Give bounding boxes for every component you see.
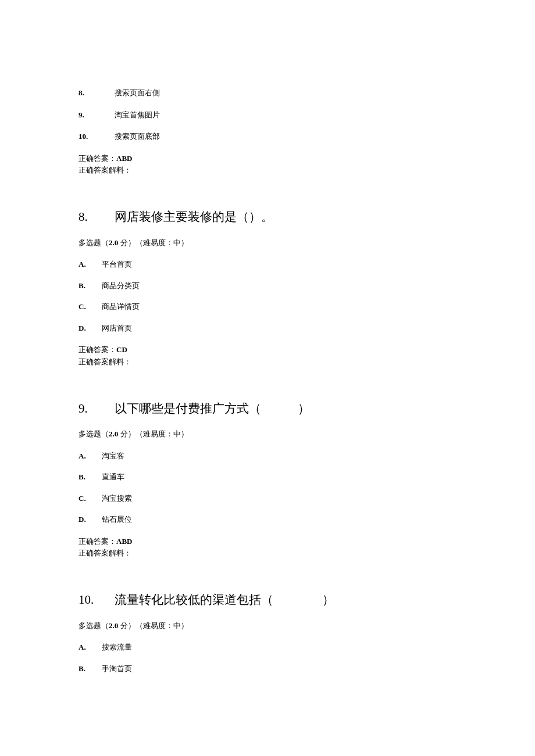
question-9: 9.以下哪些是付费推广方式（ ）	[79, 400, 456, 418]
list-item: C. 商品详情页	[79, 301, 456, 313]
question-number: 10.	[79, 591, 115, 610]
document-page: 8. 搜索页面右侧 9. 淘宝首焦图片 10. 搜索页面底部 正确答案：ABD …	[0, 0, 535, 756]
list-item: 9. 淘宝首焦图片	[79, 109, 456, 121]
choice-text: 手淘首页	[102, 663, 132, 675]
option-number: 8.	[79, 87, 115, 99]
choice-text: 直通车	[102, 471, 124, 483]
question-title: 以下哪些是付费推广方式（ ）	[115, 402, 310, 415]
answer-prefix: 正确答案：	[79, 345, 116, 354]
list-item: D. 钻石展位	[79, 514, 456, 525]
meta-mid: 分）（难易度：中）	[118, 429, 188, 438]
meta-mid: 分）（难易度：中）	[118, 238, 188, 247]
meta-score: 2.0	[109, 429, 118, 438]
option-number: 9.	[79, 109, 115, 121]
answer-block: 正确答案：CD 正确答案解料：	[79, 344, 456, 368]
option-text: 淘宝首焦图片	[115, 109, 160, 121]
answer-block: 正确答案：ABD 正确答案解料：	[79, 536, 456, 560]
list-item: A. 搜索流量	[79, 642, 456, 653]
correct-answer-line: 正确答案：ABD	[79, 153, 456, 165]
answer-prefix: 正确答案：	[79, 537, 116, 546]
choice-text: 网店首页	[102, 323, 132, 334]
question-8: 8.网店装修主要装修的是（）。	[79, 208, 456, 227]
question-title: 网店装修主要装修的是（）。	[115, 210, 273, 224]
explain-line: 正确答案解料：	[79, 547, 456, 560]
list-item: B. 直通车	[79, 471, 456, 483]
choice-text: 淘宝客	[102, 450, 124, 462]
meta-score: 2.0	[109, 238, 118, 247]
meta-prefix: 多选题（	[79, 621, 109, 630]
question-meta: 多选题（2.0 分）（难易度：中）	[79, 237, 456, 249]
choice-text: 淘宝搜索	[102, 493, 132, 504]
answer-prefix: 正确答案：	[79, 154, 116, 163]
answer-value: ABD	[116, 537, 132, 546]
choice-text: 搜索流量	[102, 642, 132, 653]
choice-label: A.	[79, 642, 102, 653]
choice-text: 商品分类页	[102, 280, 140, 292]
question-number: 8.	[79, 208, 115, 227]
choice-label: C.	[79, 301, 102, 313]
explain-line: 正确答案解料：	[79, 164, 456, 177]
choice-label: B.	[79, 663, 102, 675]
choice-text: 平台首页	[102, 259, 132, 270]
list-item: B. 手淘首页	[79, 663, 456, 675]
question-10: 10.流量转化比较低的渠道包括（ ）	[79, 591, 456, 610]
option-number: 10.	[79, 131, 115, 142]
question-meta: 多选题（2.0 分）（难易度：中）	[79, 620, 456, 632]
list-item: 8. 搜索页面右侧	[79, 87, 456, 99]
option-text: 搜索页面右侧	[115, 87, 160, 99]
choice-label: A.	[79, 259, 102, 270]
explain-line: 正确答案解料：	[79, 356, 456, 368]
choice-label: A.	[79, 450, 102, 462]
question-title: 流量转化比较低的渠道包括（ ）	[115, 593, 334, 607]
choice-label: B.	[79, 471, 102, 483]
choice-text: 商品详情页	[102, 301, 140, 313]
list-item: C. 淘宝搜索	[79, 493, 456, 504]
correct-answer-line: 正确答案：ABD	[79, 536, 456, 548]
choice-label: C.	[79, 493, 102, 504]
list-item: 10. 搜索页面底部	[79, 131, 456, 142]
answer-value: ABD	[116, 154, 132, 163]
meta-mid: 分）（难易度：中）	[118, 621, 188, 630]
choice-text: 钻石展位	[102, 514, 132, 525]
choice-label: B.	[79, 280, 102, 292]
option-text: 搜索页面底部	[115, 131, 160, 142]
answer-value: CD	[116, 345, 127, 354]
meta-score: 2.0	[109, 621, 118, 630]
question-number: 9.	[79, 400, 115, 418]
list-item: A. 平台首页	[79, 259, 456, 270]
list-item: D. 网店首页	[79, 323, 456, 334]
correct-answer-line: 正确答案：CD	[79, 344, 456, 356]
choice-label: D.	[79, 514, 102, 525]
meta-prefix: 多选题（	[79, 429, 109, 438]
question-meta: 多选题（2.0 分）（难易度：中）	[79, 428, 456, 440]
answer-block: 正确答案：ABD 正确答案解料：	[79, 153, 456, 177]
list-item: A. 淘宝客	[79, 450, 456, 462]
choice-label: D.	[79, 323, 102, 334]
list-item: B. 商品分类页	[79, 280, 456, 292]
meta-prefix: 多选题（	[79, 238, 109, 247]
